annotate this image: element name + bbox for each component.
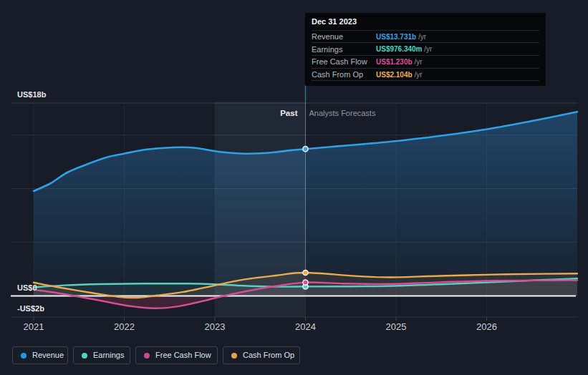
svg-text:US$0: US$0 <box>17 283 37 292</box>
svg-text:2021: 2021 <box>24 321 44 332</box>
svg-text:-US$2b: -US$2b <box>17 304 44 313</box>
svg-text:2022: 2022 <box>114 321 135 332</box>
svg-text:2026: 2026 <box>476 321 497 332</box>
svg-text:Analysts Forecasts: Analysts Forecasts <box>309 109 376 117</box>
svg-text:Past: Past <box>280 109 297 117</box>
svg-text:2025: 2025 <box>386 321 407 332</box>
svg-text:2024: 2024 <box>295 321 316 332</box>
svg-text:2023: 2023 <box>205 321 226 332</box>
svg-text:US$18b: US$18b <box>17 90 47 99</box>
